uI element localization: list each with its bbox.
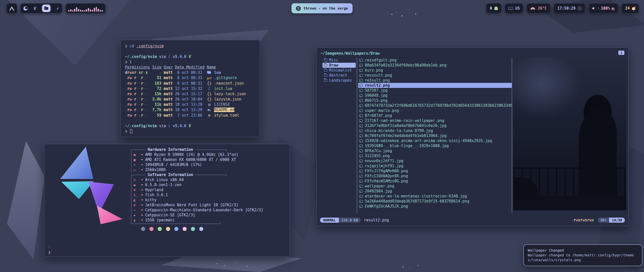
file-date: 7 oct 23:06 bbox=[175, 113, 202, 118]
file-list-item[interactable]: nnvuv0xj2df71.jpg bbox=[358, 158, 512, 163]
software-value: kitty bbox=[145, 198, 156, 202]
prompt-line: ❯ cd .config/nvim bbox=[125, 44, 255, 49]
file-list-item[interactable]: 87r687df.png bbox=[358, 113, 512, 118]
file-list-item[interactable]: re1sult.png bbox=[358, 78, 512, 83]
file-name: 20492984.jpg bbox=[365, 189, 392, 193]
updates-indicator[interactable]: 0 bbox=[486, 3, 502, 13]
file-list-item[interactable]: resssult.png bbox=[358, 73, 512, 78]
file-type-icon: {} bbox=[207, 97, 212, 102]
software-row: Λ➜Arch Linux x86_64 bbox=[131, 177, 287, 182]
software-value: Catppuccin-SE [GTK2/3] bbox=[145, 213, 195, 217]
notification-toast[interactable]: Wallpaper Changed Wallpaper changed to /… bbox=[523, 244, 642, 266]
file-list-item[interactable]: 19201080-__blue-tinge__-1920×1080.jpg bbox=[358, 143, 512, 148]
file-list-item[interactable]: 3126f7e9bbf21a8a4af0b67b041c6e26.jpg bbox=[358, 123, 512, 128]
launcher-button[interactable] bbox=[6, 3, 17, 13]
notifications-indicator[interactable]: 24 bbox=[621, 3, 639, 13]
brush-workspace-icon[interactable]: ✐ bbox=[57, 6, 59, 11]
lua-icon: ☾ bbox=[168, 54, 171, 59]
software-row: ◧➜kitty bbox=[131, 197, 287, 202]
weather-indicator[interactable]: 26°C bbox=[527, 3, 550, 13]
wallpaper-speckles bbox=[391, 14, 392, 15]
file-list-item[interactable]: 596848.jpg bbox=[358, 93, 512, 98]
sidebar-folder-item[interactable]: Minimalist bbox=[323, 68, 356, 73]
graph-widget[interactable] bbox=[65, 3, 106, 13]
clock-indicator[interactable]: 17:50:29 bbox=[554, 3, 585, 13]
file-list-item[interactable]: 8FKa7Cu.jpeg bbox=[358, 148, 512, 153]
file-date: 26 oct 15:17 bbox=[175, 92, 202, 96]
file-list-item[interactable]: FXfcHqcWIAMzs0G.png bbox=[358, 179, 512, 184]
file-list-item[interactable]: 587597.jpg bbox=[358, 88, 512, 93]
file-list-item[interactable]: FXfcII0X0AQyn9X.png bbox=[358, 174, 512, 179]
graph-bar bbox=[90, 9, 91, 12]
file-list-item[interactable]: rsjqojlmjhf91.jpg bbox=[358, 163, 512, 168]
file-name: 0c794faf07de24a4db4d4fb1eb813964.jpg bbox=[365, 133, 447, 138]
keyboard-layout: US bbox=[515, 6, 520, 11]
vim-workspace-icon[interactable]: V bbox=[34, 6, 36, 11]
file-name: result2.png bbox=[365, 83, 390, 88]
file-list-item[interactable]: EeNKYgIUcAAJ5JX.png bbox=[358, 204, 512, 209]
file-name: 08a634fa02a32364f69ebc86a98eb1eb.png bbox=[365, 63, 447, 67]
arrow-icon: ➜ bbox=[141, 203, 143, 207]
file-list-item[interactable]: FXfcJlTXgAMvH6R.png bbox=[358, 168, 512, 174]
music-widget[interactable]: thrown - on the verge bbox=[291, 3, 352, 13]
image-file-icon bbox=[359, 89, 363, 92]
file-list-item[interactable]: 08a634fa02a32364f69ebc86a98eb1eb.png bbox=[358, 63, 512, 68]
file-list-item[interactable]: 5a266e448add93deab367d87173e9f25-6837886… bbox=[358, 199, 512, 204]
file-list-item[interactable]: 3122955.png bbox=[358, 153, 512, 158]
temperature: 26°C bbox=[538, 6, 547, 11]
image-file-icon bbox=[359, 99, 363, 102]
file-list-item[interactable]: super-mario.png bbox=[358, 108, 512, 113]
software-icon: ◧ bbox=[134, 198, 140, 202]
folder-icon bbox=[324, 74, 327, 77]
file-manager-window[interactable]: ~/Imagenes/Wallpapers/Draw 1 MiscDrawMin… bbox=[316, 47, 629, 226]
file-list-item[interactable]: 866715.png bbox=[358, 98, 512, 103]
arrow-icon: ➜ bbox=[141, 193, 143, 197]
sidebar-folder-item[interactable]: Abstract bbox=[323, 73, 356, 78]
files-workspace-active[interactable] bbox=[42, 5, 51, 12]
file-list-item[interactable]: result2.png bbox=[358, 83, 512, 88]
sidebar-folder-item[interactable]: Misc bbox=[323, 58, 356, 63]
tab-badge[interactable]: 1 bbox=[618, 51, 624, 55]
fetch-window[interactable]: Hardware Information ▣➜AMD Ryzen 9 5900X… bbox=[44, 144, 290, 257]
terminal-window[interactable]: ❯ cd .config/nvim ~/.config/nvim via ☾ v… bbox=[120, 40, 260, 137]
image-file-icon bbox=[359, 190, 363, 193]
file-list-item[interactable]: wallpaper.png bbox=[358, 184, 512, 189]
notification-title: Wallpaper Changed bbox=[528, 248, 638, 253]
file-name: ressdfgult.png bbox=[365, 58, 396, 62]
firefox-workspace-icon[interactable] bbox=[23, 6, 28, 11]
hardware-row: ▣➜AMD Ryzen 9 5900X (24) @ 4.9GHz [61.3°… bbox=[131, 152, 287, 157]
sidebar-folder-item[interactable]: Landscapes bbox=[323, 78, 356, 83]
text-cursor bbox=[130, 129, 132, 133]
file-list-item[interactable]: 68747470733a2f2f696d616765732d7769786d70… bbox=[358, 103, 512, 108]
sidebar-folder-item[interactable]: Draw bbox=[323, 63, 356, 68]
arch-crystal-logo bbox=[49, 146, 124, 229]
file-list-item[interactable]: 217167-sad-anime-rain-wallpaper.png bbox=[358, 118, 512, 123]
listing-row: .rw-r--r-- 59 matt 7 oct 23:06 ⚙ stylua.… bbox=[125, 113, 255, 118]
permissions: .rw-r--r-- bbox=[125, 92, 148, 96]
file-list-item[interactable]: 154928-odinokoe_anime-art-anime-okno-sin… bbox=[358, 138, 512, 143]
file-owner: matt bbox=[164, 86, 173, 91]
file-list-item[interactable]: ressdfgult.png bbox=[358, 58, 512, 63]
microphone-icon bbox=[612, 7, 614, 10]
keyboard-layout-indicator[interactable]: US bbox=[505, 3, 524, 13]
software-value: Arch Linux x86_64 bbox=[145, 178, 184, 182]
file-name: re1sult.png bbox=[365, 78, 390, 83]
file-list-item[interactable]: 20492984.jpg bbox=[358, 189, 512, 194]
status-bar: NORMAL218.8 KB result2.png -rwxrwxrwx 36… bbox=[320, 217, 625, 223]
time: 17:50:29 bbox=[557, 6, 576, 11]
arrow-icon: ➜ bbox=[141, 218, 143, 222]
fetch-prompt: ~❯ bbox=[48, 244, 51, 255]
file-list-item[interactable]: chica-mirando-la-luna-8799.jpg bbox=[358, 128, 512, 133]
hardware-row: ✎➜10948MiB / 64183MiB (17%) bbox=[131, 162, 287, 167]
permissions: .rw-r--r-- bbox=[125, 97, 148, 101]
listing-row: .rw-r--r-- 51 matt 6 oct 00:31 git .giti… bbox=[125, 75, 255, 81]
file-list-item[interactable]: 0c794faf07de24a4db4d4fb1eb813964.jpg bbox=[358, 133, 512, 138]
file-name: LICENSE bbox=[214, 102, 230, 107]
file-owner: matt bbox=[164, 97, 173, 101]
file-list-item[interactable]: atardecer-en-la-montanas-ilustracion-634… bbox=[358, 194, 512, 199]
folder-name: Landscapes bbox=[329, 78, 352, 83]
volume-indicator[interactable]: 100% bbox=[588, 3, 618, 13]
listing-row: drwxr-xr-x - matt 6 oct 00:31 lua bbox=[125, 70, 255, 75]
file-list-item[interactable]: kurz.png bbox=[358, 68, 512, 73]
hardware-value: AMD ATI Radeon RX 6800/6800 XT / 6900 XT bbox=[145, 157, 236, 162]
